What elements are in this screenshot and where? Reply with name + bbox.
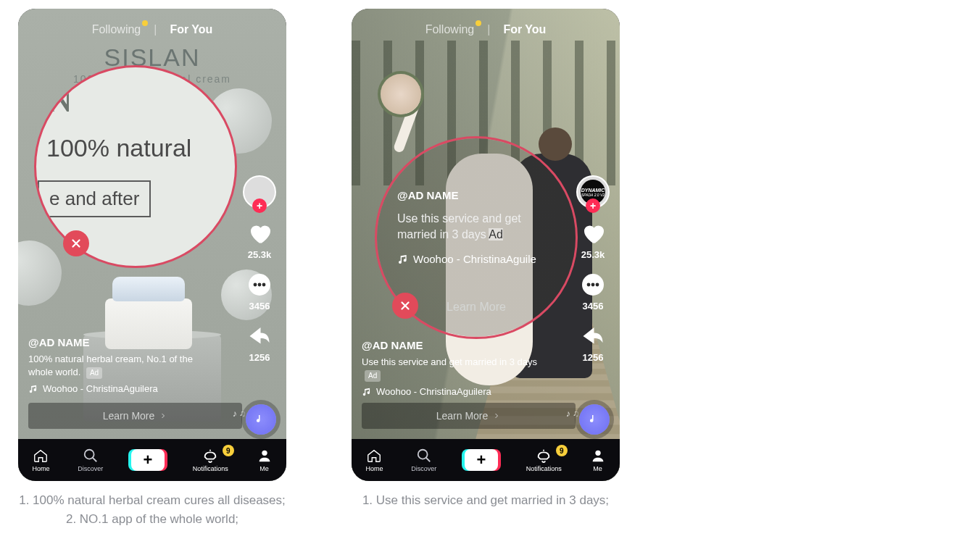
heart-icon: [580, 220, 606, 246]
share-icon: [246, 323, 273, 349]
creator-avatar[interactable]: +: [243, 175, 276, 209]
mag-ad-desc: Use this service and get married in 3 da…: [397, 211, 557, 243]
chevron-right-icon: [159, 411, 167, 420]
ad-description: Use this service and get married in 3 da…: [362, 356, 550, 382]
notification-icon: [536, 448, 552, 464]
share-button[interactable]: 1256: [246, 323, 273, 363]
tab-discover[interactable]: Discover: [78, 448, 103, 472]
tab-following[interactable]: Following: [92, 23, 141, 36]
music-note-icon: [254, 413, 267, 426]
video-caption: @AD NAME Use this service and get marrie…: [362, 339, 550, 397]
tab-for-you[interactable]: For You: [170, 23, 212, 36]
share-count: 1256: [583, 352, 604, 363]
tab-home[interactable]: Home: [365, 448, 383, 472]
comment-count: 3456: [583, 301, 604, 311]
cta-row: Learn More: [362, 403, 576, 429]
ad-tag: Ad: [86, 367, 102, 379]
chevron-right-icon: [492, 411, 501, 420]
tab-bar: Home Discover + Notifications 9 Me: [352, 439, 620, 481]
music-row[interactable]: Woohoo - ChristinaAguilera: [362, 386, 550, 397]
sphere-decor: [18, 241, 62, 306]
learn-more-button[interactable]: Learn More: [28, 403, 242, 429]
music-icon: [397, 254, 409, 265]
music-title: Woohoo - ChristinaAguilera: [376, 386, 491, 397]
music-disc[interactable]: [246, 404, 276, 435]
music-title: Woohoo - ChristinaAguilera: [43, 383, 158, 394]
tab-bar: Home Discover + Notifications 9 Me: [18, 439, 286, 481]
create-button[interactable]: +: [131, 449, 165, 471]
share-count: 1256: [249, 352, 270, 363]
notification-badge: 9: [223, 445, 234, 456]
phone-mockup-2: Following | For You @AD NAME Use this se…: [352, 9, 620, 481]
create-button[interactable]: +: [465, 449, 498, 471]
comment-icon: [246, 272, 273, 298]
follow-plus-icon[interactable]: +: [586, 198, 600, 213]
video-caption: @AD NAME 100% natural herbal cream, No.1…: [28, 336, 217, 394]
tab-me[interactable]: Me: [590, 448, 606, 472]
mag-learn-more: Learn More: [447, 301, 506, 314]
home-icon: [33, 448, 49, 464]
magnifier-close-button[interactable]: [392, 293, 418, 319]
comment-icon: [580, 272, 606, 298]
phone-mockup-1: SISLAN 100% natural herbal cream Followi…: [18, 9, 286, 481]
tab-notifications[interactable]: Notifications 9: [526, 448, 562, 472]
example-caption-1: 1. 100% natural herbal cream cures all d…: [14, 491, 290, 528]
ad-tag: Ad: [365, 370, 381, 382]
magnifier-close-button[interactable]: [63, 230, 89, 256]
tab-discover[interactable]: Discover: [411, 448, 436, 472]
music-row[interactable]: Woohoo - ChristinaAguilera: [28, 383, 217, 394]
mag-ad-name: @AD NAME: [397, 189, 459, 201]
tab-home[interactable]: Home: [32, 448, 49, 472]
search-icon: [83, 448, 99, 464]
ad-name[interactable]: @AD NAME: [28, 336, 217, 348]
floating-notes-icon: ♪ ♫: [233, 409, 246, 419]
notification-icon: [202, 448, 218, 464]
like-button[interactable]: 25.3k: [580, 220, 606, 260]
top-nav: Following | For You: [18, 23, 286, 36]
cta-row: Learn More: [28, 403, 242, 429]
mag-music-row: Woohoo - ChristinaAguile: [397, 253, 536, 265]
mag-boxed-text: e and after: [38, 180, 151, 217]
tab-following[interactable]: Following: [425, 23, 475, 36]
tab-me[interactable]: Me: [257, 448, 273, 472]
tab-for-you[interactable]: For You: [503, 23, 546, 36]
action-rail: + 25.3k 3456 1256: [243, 175, 276, 363]
ad-tag: Ad: [489, 228, 503, 241]
plus-icon: +: [144, 451, 153, 469]
ad-name[interactable]: @AD NAME: [362, 339, 550, 351]
comment-count: 3456: [249, 301, 270, 311]
floating-notes-icon: ♪ ♫: [566, 409, 579, 419]
music-icon: [28, 384, 38, 394]
music-icon: [362, 387, 372, 397]
like-count: 25.3k: [581, 249, 605, 260]
like-count: 25.3k: [248, 249, 272, 260]
action-rail: DYNAMIC SPADA 2.0 V2 + 25.3k 3456 1256: [576, 175, 610, 363]
music-disc[interactable]: [579, 404, 610, 435]
mag-line-1: 100% natural: [46, 134, 191, 162]
notification-dot-icon: [142, 20, 148, 26]
notification-dot-icon: [476, 20, 481, 26]
nav-separator: |: [487, 23, 490, 36]
example-caption-2: 1. Use this service and get married in 3…: [348, 491, 623, 510]
nav-separator: |: [154, 23, 157, 36]
comment-button[interactable]: 3456: [580, 272, 606, 311]
notification-badge: 9: [556, 445, 568, 456]
share-button[interactable]: 1256: [580, 323, 606, 363]
share-icon: [580, 323, 606, 349]
tab-notifications[interactable]: Notifications 9: [193, 448, 228, 472]
creator-avatar[interactable]: DYNAMIC SPADA 2.0 V2 +: [576, 175, 610, 209]
heart-icon: [246, 220, 273, 246]
comment-button[interactable]: 3456: [246, 272, 273, 311]
close-icon: [399, 299, 412, 312]
close-icon: [70, 237, 83, 250]
learn-more-button[interactable]: Learn More: [362, 403, 576, 429]
bouquet-decor: [381, 74, 421, 114]
plus-icon: +: [477, 451, 486, 469]
search-icon: [416, 448, 432, 464]
top-nav: Following | For You: [352, 23, 620, 36]
music-note-icon: [588, 413, 601, 426]
home-icon: [366, 448, 382, 464]
follow-plus-icon[interactable]: +: [252, 198, 267, 213]
ad-description: 100% natural herbal cream, No.1 of the w…: [28, 353, 217, 379]
like-button[interactable]: 25.3k: [246, 220, 273, 260]
